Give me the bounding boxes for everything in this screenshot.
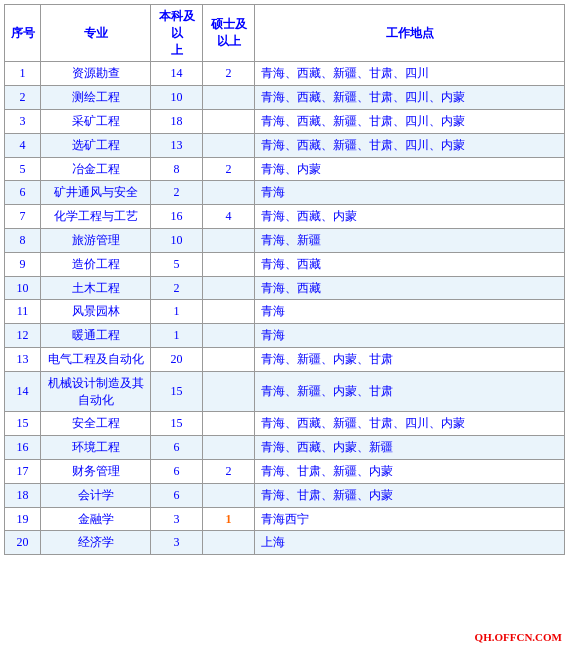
table-row: 14机械设计制造及其自动化15青海、新疆、内蒙、甘肃 — [5, 371, 565, 412]
cell-master — [203, 133, 255, 157]
cell-location: 青海、甘肃、新疆、内蒙 — [255, 459, 565, 483]
cell-bachelor: 6 — [151, 459, 203, 483]
cell-master — [203, 300, 255, 324]
cell-master: 2 — [203, 62, 255, 86]
cell-location: 青海、新疆、内蒙、甘肃 — [255, 347, 565, 371]
cell-major: 选矿工程 — [41, 133, 151, 157]
header-seq: 序号 — [5, 5, 41, 62]
cell-location: 青海、西藏、新疆、甘肃、四川、内蒙 — [255, 133, 565, 157]
table-row: 2测绘工程10青海、西藏、新疆、甘肃、四川、内蒙 — [5, 86, 565, 110]
cell-location: 青海、新疆、内蒙、甘肃 — [255, 371, 565, 412]
cell-location: 上海 — [255, 531, 565, 555]
cell-bachelor: 15 — [151, 412, 203, 436]
cell-location: 青海、新疆 — [255, 228, 565, 252]
cell-bachelor: 3 — [151, 507, 203, 531]
header-master: 硕士及 以上 — [203, 5, 255, 62]
cell-master — [203, 228, 255, 252]
cell-bachelor: 18 — [151, 109, 203, 133]
cell-bachelor: 1 — [151, 300, 203, 324]
cell-master — [203, 347, 255, 371]
cell-seq: 2 — [5, 86, 41, 110]
main-table: 序号 专业 本科及以 上 硕士及 以上 工作地点 1资源勘查142青海、西藏、新… — [4, 4, 565, 555]
cell-bachelor: 15 — [151, 371, 203, 412]
cell-master — [203, 371, 255, 412]
cell-master — [203, 276, 255, 300]
cell-seq: 12 — [5, 324, 41, 348]
table-row: 12暖通工程1青海 — [5, 324, 565, 348]
cell-master: 1 — [203, 507, 255, 531]
cell-major: 机械设计制造及其自动化 — [41, 371, 151, 412]
cell-master — [203, 109, 255, 133]
cell-location: 青海、西藏 — [255, 252, 565, 276]
cell-major: 旅游管理 — [41, 228, 151, 252]
cell-location: 青海、西藏、内蒙、新疆 — [255, 436, 565, 460]
cell-location: 青海 — [255, 181, 565, 205]
cell-seq: 1 — [5, 62, 41, 86]
table-wrapper: 序号 专业 本科及以 上 硕士及 以上 工作地点 1资源勘查142青海、西藏、新… — [0, 0, 568, 559]
cell-major: 安全工程 — [41, 412, 151, 436]
cell-master — [203, 412, 255, 436]
cell-bachelor: 5 — [151, 252, 203, 276]
cell-master: 2 — [203, 459, 255, 483]
cell-seq: 19 — [5, 507, 41, 531]
cell-seq: 7 — [5, 205, 41, 229]
cell-master — [203, 252, 255, 276]
cell-major: 化学工程与工艺 — [41, 205, 151, 229]
cell-seq: 6 — [5, 181, 41, 205]
table-row: 4选矿工程13青海、西藏、新疆、甘肃、四川、内蒙 — [5, 133, 565, 157]
cell-bachelor: 2 — [151, 276, 203, 300]
header-bachelor: 本科及以 上 — [151, 5, 203, 62]
cell-master — [203, 324, 255, 348]
header-master-line1: 硕士及 — [211, 17, 247, 31]
cell-location: 青海、内蒙 — [255, 157, 565, 181]
cell-bachelor: 10 — [151, 86, 203, 110]
header-master-line2: 以上 — [217, 34, 241, 48]
table-row: 17财务管理62青海、甘肃、新疆、内蒙 — [5, 459, 565, 483]
cell-bachelor: 10 — [151, 228, 203, 252]
cell-location: 青海 — [255, 300, 565, 324]
header-major: 专业 — [41, 5, 151, 62]
cell-seq: 15 — [5, 412, 41, 436]
table-row: 8旅游管理10青海、新疆 — [5, 228, 565, 252]
table-row: 9造价工程5青海、西藏 — [5, 252, 565, 276]
cell-location: 青海、西藏、新疆、甘肃、四川、内蒙 — [255, 86, 565, 110]
cell-bachelor: 14 — [151, 62, 203, 86]
cell-master: 4 — [203, 205, 255, 229]
cell-major: 风景园林 — [41, 300, 151, 324]
table-row: 20经济学3上海 — [5, 531, 565, 555]
cell-bachelor: 6 — [151, 436, 203, 460]
table-row: 5冶金工程82青海、内蒙 — [5, 157, 565, 181]
cell-major: 电气工程及自动化 — [41, 347, 151, 371]
cell-major: 土木工程 — [41, 276, 151, 300]
cell-bachelor: 20 — [151, 347, 203, 371]
table-row: 7化学工程与工艺164青海、西藏、内蒙 — [5, 205, 565, 229]
table-row: 11风景园林1青海 — [5, 300, 565, 324]
cell-seq: 18 — [5, 483, 41, 507]
table-row: 15安全工程15青海、西藏、新疆、甘肃、四川、内蒙 — [5, 412, 565, 436]
cell-seq: 11 — [5, 300, 41, 324]
cell-seq: 17 — [5, 459, 41, 483]
table-row: 16环境工程6青海、西藏、内蒙、新疆 — [5, 436, 565, 460]
cell-bachelor: 16 — [151, 205, 203, 229]
cell-seq: 8 — [5, 228, 41, 252]
cell-master — [203, 86, 255, 110]
cell-location: 青海、甘肃、新疆、内蒙 — [255, 483, 565, 507]
cell-major: 经济学 — [41, 531, 151, 555]
cell-seq: 13 — [5, 347, 41, 371]
cell-seq: 20 — [5, 531, 41, 555]
table-row: 6矿井通风与安全2青海 — [5, 181, 565, 205]
cell-major: 金融学 — [41, 507, 151, 531]
table-row: 13电气工程及自动化20青海、新疆、内蒙、甘肃 — [5, 347, 565, 371]
cell-seq: 9 — [5, 252, 41, 276]
table-row: 18会计学6青海、甘肃、新疆、内蒙 — [5, 483, 565, 507]
cell-location: 青海、西藏 — [255, 276, 565, 300]
cell-major: 造价工程 — [41, 252, 151, 276]
table-row: 3采矿工程18青海、西藏、新疆、甘肃、四川、内蒙 — [5, 109, 565, 133]
cell-major: 资源勘查 — [41, 62, 151, 86]
header-location: 工作地点 — [255, 5, 565, 62]
cell-seq: 14 — [5, 371, 41, 412]
cell-major: 采矿工程 — [41, 109, 151, 133]
header-bachelor-line1: 本科及以 — [159, 9, 195, 40]
cell-master — [203, 181, 255, 205]
cell-major: 财务管理 — [41, 459, 151, 483]
